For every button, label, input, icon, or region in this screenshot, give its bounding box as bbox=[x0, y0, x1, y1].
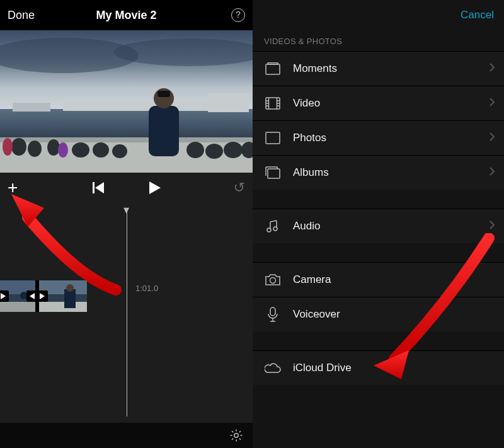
svg-point-53 bbox=[270, 278, 276, 284]
playhead-line[interactable] bbox=[127, 208, 127, 416]
row-icloud-drive[interactable]: iCloud Drive bbox=[253, 350, 504, 385]
svg-point-11 bbox=[47, 139, 60, 156]
svg-point-52 bbox=[273, 227, 277, 231]
svg-rect-4 bbox=[63, 100, 214, 111]
section-header: VIDEOS & PHOTOS bbox=[253, 30, 504, 51]
row-photos[interactable]: Photos bbox=[253, 120, 504, 155]
svg-rect-49 bbox=[266, 132, 280, 144]
svg-rect-34 bbox=[64, 289, 76, 308]
playback-controls: + ↻ bbox=[0, 173, 253, 203]
add-media-button[interactable]: + bbox=[8, 179, 18, 197]
cancel-button[interactable]: Cancel bbox=[461, 9, 494, 21]
row-voiceover[interactable]: Voiceover bbox=[253, 297, 504, 331]
clip-handle-icon[interactable] bbox=[0, 290, 9, 302]
svg-marker-26 bbox=[149, 181, 161, 194]
row-video[interactable]: Video bbox=[253, 86, 504, 120]
svg-rect-50 bbox=[268, 169, 280, 178]
row-audio[interactable]: Audio bbox=[253, 209, 504, 243]
skip-to-start-button[interactable] bbox=[93, 182, 105, 193]
row-label: Video bbox=[293, 97, 320, 110]
svg-point-35 bbox=[66, 284, 74, 292]
cloud-icon bbox=[264, 362, 282, 374]
timeline-clip[interactable] bbox=[39, 280, 87, 312]
chevron-right-icon bbox=[489, 166, 495, 180]
albums-icon bbox=[264, 166, 282, 179]
svg-point-13 bbox=[93, 142, 109, 158]
chevron-right-icon bbox=[489, 132, 495, 145]
svg-point-14 bbox=[112, 144, 127, 158]
project-title: My Movie 2 bbox=[0, 9, 253, 22]
svg-point-36 bbox=[234, 434, 238, 437]
row-camera[interactable]: Camera bbox=[253, 262, 504, 297]
svg-rect-21 bbox=[149, 106, 179, 156]
camera-icon bbox=[264, 273, 282, 286]
svg-point-15 bbox=[186, 142, 204, 158]
media-picker-pane: Cancel VIDEOS & PHOTOS Moments Video Pho… bbox=[253, 0, 504, 448]
svg-point-10 bbox=[28, 141, 42, 157]
editor-pane: Done My Movie 2 ? bbox=[0, 0, 253, 448]
svg-rect-23 bbox=[158, 91, 170, 97]
chevron-right-icon bbox=[489, 220, 495, 233]
row-label: iCloud Drive bbox=[293, 362, 352, 374]
editor-header: Done My Movie 2 ? bbox=[0, 0, 253, 30]
svg-rect-29 bbox=[0, 302, 35, 312]
row-label: Voiceover bbox=[293, 308, 340, 321]
svg-rect-3 bbox=[0, 109, 253, 141]
row-label: Photos bbox=[293, 132, 326, 144]
svg-point-19 bbox=[3, 138, 13, 156]
svg-point-12 bbox=[72, 142, 89, 158]
svg-rect-33 bbox=[39, 302, 87, 312]
row-label: Camera bbox=[293, 273, 331, 286]
row-label: Albums bbox=[293, 166, 329, 179]
audio-icon bbox=[264, 219, 282, 233]
play-button[interactable] bbox=[149, 181, 161, 194]
photos-icon bbox=[264, 132, 282, 144]
row-moments[interactable]: Moments bbox=[253, 51, 504, 86]
chevron-right-icon bbox=[489, 62, 495, 76]
svg-marker-25 bbox=[95, 182, 104, 193]
clip-handle-icon[interactable] bbox=[37, 290, 48, 302]
row-label: Moments bbox=[293, 62, 337, 75]
undo-button[interactable]: ↻ bbox=[234, 180, 245, 196]
done-button[interactable]: Done bbox=[8, 9, 35, 22]
svg-rect-24 bbox=[93, 182, 94, 193]
bottom-toolbar bbox=[0, 423, 253, 448]
help-button[interactable]: ? bbox=[231, 8, 245, 22]
moments-icon bbox=[264, 62, 282, 75]
chevron-right-icon bbox=[489, 97, 495, 110]
timecode-label: 1:01.0 bbox=[135, 284, 158, 293]
svg-rect-6 bbox=[13, 103, 50, 112]
svg-rect-54 bbox=[270, 307, 275, 316]
settings-button[interactable] bbox=[229, 428, 244, 443]
svg-point-17 bbox=[224, 142, 243, 158]
svg-point-20 bbox=[58, 142, 68, 158]
svg-rect-38 bbox=[266, 64, 280, 74]
svg-point-51 bbox=[267, 228, 271, 232]
row-albums[interactable]: Albums bbox=[253, 155, 504, 190]
svg-point-9 bbox=[11, 138, 26, 156]
video-preview[interactable] bbox=[0, 30, 253, 173]
video-icon bbox=[264, 97, 282, 110]
svg-rect-5 bbox=[208, 93, 249, 112]
timeline-clip[interactable] bbox=[0, 280, 35, 312]
svg-rect-39 bbox=[268, 63, 278, 65]
microphone-icon bbox=[264, 307, 282, 322]
svg-point-16 bbox=[205, 144, 223, 159]
row-label: Audio bbox=[293, 220, 320, 233]
picker-header: Cancel bbox=[253, 0, 504, 30]
timeline-clips[interactable] bbox=[0, 280, 87, 312]
